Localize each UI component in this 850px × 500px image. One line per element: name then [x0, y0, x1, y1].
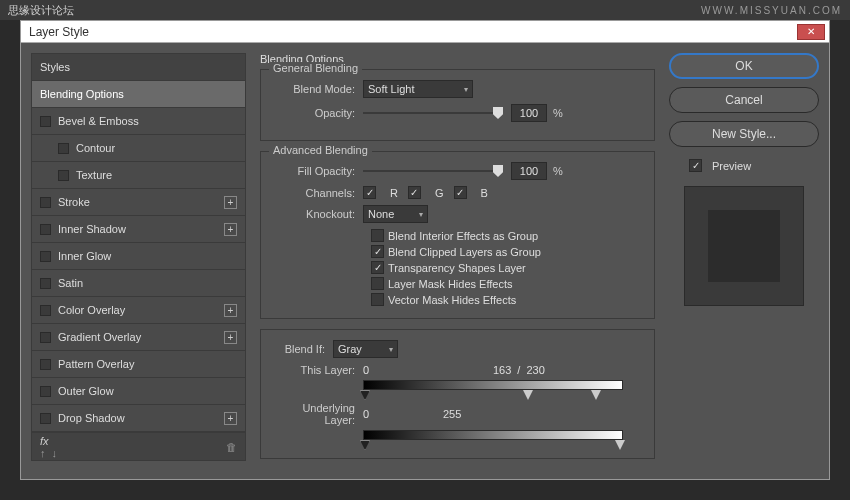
effect-checkbox[interactable]	[40, 332, 51, 343]
underlying-layer-gradient[interactable]	[363, 430, 623, 440]
sidebar-footer: fx ↑ ↓ 🗑	[31, 433, 246, 461]
layer-style-dialog: Layer Style ✕ StylesBlending OptionsBeve…	[20, 20, 830, 480]
dialog-title: Layer Style	[29, 25, 89, 39]
knockout-select[interactable]: None ▾	[363, 205, 428, 223]
chevron-down-icon: ▾	[419, 210, 423, 219]
chevron-down-icon: ▾	[389, 345, 393, 354]
close-button[interactable]: ✕	[797, 24, 825, 40]
cancel-button[interactable]: Cancel	[669, 87, 819, 113]
sidebar-item-label: Drop Shadow	[58, 412, 125, 424]
sidebar-item-gradient-overlay[interactable]: Gradient Overlay+	[32, 324, 245, 351]
opacity-label: Opacity:	[273, 107, 363, 119]
add-effect-icon[interactable]: +	[224, 412, 237, 425]
effect-checkbox[interactable]	[40, 278, 51, 289]
knockout-label: Knockout:	[273, 208, 363, 220]
general-blending-group: General Blending Blend Mode: Soft Light …	[260, 69, 655, 141]
add-effect-icon[interactable]: +	[224, 304, 237, 317]
effect-checkbox[interactable]	[58, 143, 69, 154]
general-legend: General Blending	[269, 62, 362, 74]
add-effect-icon[interactable]: +	[224, 223, 237, 236]
ok-button[interactable]: OK	[669, 53, 819, 79]
blend-clipped-checkbox[interactable]	[371, 245, 384, 258]
layer-mask-hides-checkbox[interactable]	[371, 277, 384, 290]
sidebar-item-label: Outer Glow	[58, 385, 114, 397]
styles-sidebar: StylesBlending OptionsBevel & EmbossCont…	[31, 53, 246, 469]
channel-b-checkbox[interactable]	[454, 186, 467, 199]
app-banner: 思缘设计论坛 WWW.MISSYUAN.COM	[0, 0, 850, 20]
sidebar-item-stroke[interactable]: Stroke+	[32, 189, 245, 216]
effect-checkbox[interactable]	[40, 251, 51, 262]
sidebar-item-label: Color Overlay	[58, 304, 125, 316]
blend-if-label: Blend If:	[273, 343, 333, 355]
preview-label: Preview	[712, 160, 751, 172]
sidebar-item-label: Bevel & Emboss	[58, 115, 139, 127]
fill-opacity-slider[interactable]	[363, 170, 503, 172]
this-layer-gradient[interactable]	[363, 380, 623, 390]
chevron-down-icon: ▾	[464, 85, 468, 94]
advanced-legend: Advanced Blending	[269, 144, 372, 156]
banner-left: 思缘设计论坛	[8, 3, 74, 18]
sidebar-item-bevel-emboss[interactable]: Bevel & Emboss	[32, 108, 245, 135]
blend-mode-select[interactable]: Soft Light ▾	[363, 80, 473, 98]
sidebar-item-texture[interactable]: Texture	[32, 162, 245, 189]
sidebar-item-contour[interactable]: Contour	[32, 135, 245, 162]
sidebar-item-pattern-overlay[interactable]: Pattern Overlay	[32, 351, 245, 378]
new-style-button[interactable]: New Style...	[669, 121, 819, 147]
sidebar-item-label: Satin	[58, 277, 83, 289]
gradient-thumb-split2[interactable]	[591, 390, 601, 400]
slider-thumb[interactable]	[493, 165, 503, 177]
effect-checkbox[interactable]	[40, 386, 51, 397]
fill-opacity-input[interactable]	[511, 162, 547, 180]
sidebar-item-drop-shadow[interactable]: Drop Shadow+	[32, 405, 245, 432]
arrow-down-icon[interactable]: ↓	[52, 447, 58, 459]
slider-thumb[interactable]	[493, 107, 503, 119]
sidebar-item-label: Inner Glow	[58, 250, 111, 262]
channel-r-checkbox[interactable]	[363, 186, 376, 199]
underlying-layer-label: Underlying Layer:	[273, 402, 363, 426]
fill-opacity-label: Fill Opacity:	[273, 165, 363, 177]
gradient-thumb-low[interactable]	[360, 390, 370, 400]
vector-mask-hides-checkbox[interactable]	[371, 293, 384, 306]
add-effect-icon[interactable]: +	[224, 196, 237, 209]
sidebar-item-color-overlay[interactable]: Color Overlay+	[32, 297, 245, 324]
trash-icon[interactable]: 🗑	[226, 441, 237, 453]
effect-checkbox[interactable]	[40, 305, 51, 316]
sidebar-item-outer-glow[interactable]: Outer Glow	[32, 378, 245, 405]
channels-label: Channels:	[273, 187, 363, 199]
effect-checkbox[interactable]	[40, 359, 51, 370]
effect-checkbox[interactable]	[58, 170, 69, 181]
sidebar-item-label: Pattern Overlay	[58, 358, 134, 370]
sidebar-item-styles[interactable]: Styles	[32, 54, 245, 81]
sidebar-item-inner-glow[interactable]: Inner Glow	[32, 243, 245, 270]
sidebar-item-label: Styles	[40, 61, 70, 73]
titlebar: Layer Style ✕	[21, 21, 829, 43]
blend-if-group: Blend If: Gray ▾ This Layer: 0 163 / 230	[260, 329, 655, 459]
channel-g-checkbox[interactable]	[408, 186, 421, 199]
opacity-slider[interactable]	[363, 112, 503, 114]
sidebar-item-label: Blending Options	[40, 88, 124, 100]
sidebar-item-satin[interactable]: Satin	[32, 270, 245, 297]
sidebar-item-inner-shadow[interactable]: Inner Shadow+	[32, 216, 245, 243]
sidebar-item-blending-options[interactable]: Blending Options	[32, 81, 245, 108]
advanced-blending-group: Advanced Blending Fill Opacity: % Channe…	[260, 151, 655, 319]
arrow-up-icon[interactable]: ↑	[40, 447, 46, 459]
effect-checkbox[interactable]	[40, 197, 51, 208]
gradient-thumb-low[interactable]	[360, 440, 370, 450]
preview-checkbox[interactable]	[689, 159, 702, 172]
blend-interior-checkbox[interactable]	[371, 229, 384, 242]
fx-label: fx	[40, 435, 49, 447]
gradient-thumb-high[interactable]	[615, 440, 625, 450]
gradient-thumb-split1[interactable]	[523, 390, 533, 400]
banner-watermark: WWW.MISSYUAN.COM	[701, 5, 842, 16]
effect-checkbox[interactable]	[40, 413, 51, 424]
blend-if-select[interactable]: Gray ▾	[333, 340, 398, 358]
style-list: StylesBlending OptionsBevel & EmbossCont…	[31, 53, 246, 433]
sidebar-item-label: Inner Shadow	[58, 223, 126, 235]
effect-checkbox[interactable]	[40, 224, 51, 235]
add-effect-icon[interactable]: +	[224, 331, 237, 344]
dialog-buttons: OK Cancel New Style... Preview	[669, 53, 819, 469]
opacity-input[interactable]	[511, 104, 547, 122]
preview-swatch	[708, 210, 780, 282]
effect-checkbox[interactable]	[40, 116, 51, 127]
transparency-shapes-checkbox[interactable]	[371, 261, 384, 274]
